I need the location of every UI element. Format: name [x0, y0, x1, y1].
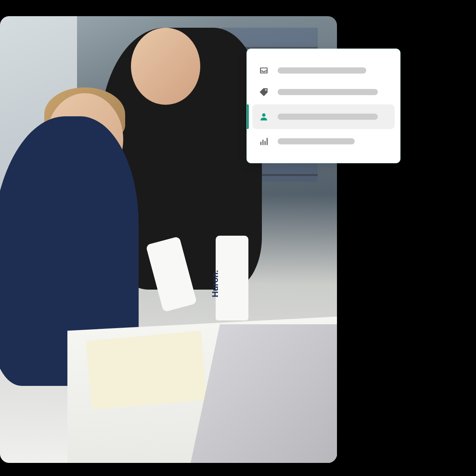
photo-notebook [86, 331, 207, 410]
navigation-card [246, 49, 401, 163]
nav-item-label-placeholder [278, 114, 378, 120]
analytics-icon [258, 136, 269, 147]
svg-point-0 [265, 89, 266, 91]
svg-point-1 [262, 113, 266, 117]
nav-item-label-placeholder [278, 138, 355, 144]
nav-item-tags[interactable] [247, 81, 400, 103]
person-icon [258, 111, 269, 122]
nav-item-label-placeholder [278, 67, 366, 74]
inbox-icon [258, 65, 269, 76]
photo-bottle-2 [216, 236, 248, 320]
nav-item-analytics[interactable] [247, 131, 400, 152]
nav-item-label-placeholder [278, 89, 378, 95]
nav-item-customers[interactable] [252, 104, 395, 129]
photo-person-standing-head [131, 28, 200, 105]
tag-icon [258, 87, 269, 97]
photo-product-label: Huron. [210, 270, 220, 297]
nav-item-inbox[interactable] [247, 60, 400, 81]
